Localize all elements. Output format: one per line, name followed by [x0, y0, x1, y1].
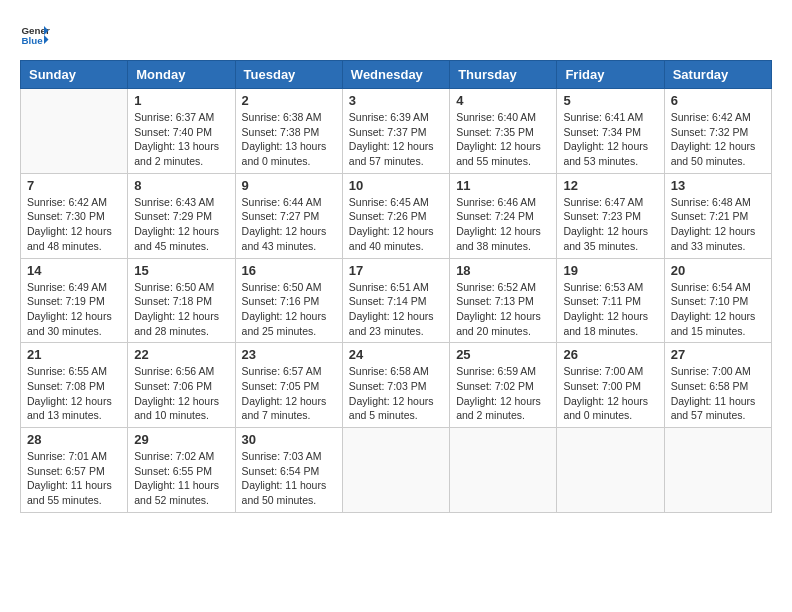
calendar-cell: 1Sunrise: 6:37 AMSunset: 7:40 PMDaylight…	[128, 89, 235, 174]
calendar-header-row: SundayMondayTuesdayWednesdayThursdayFrid…	[21, 61, 772, 89]
day-number: 17	[349, 263, 443, 278]
day-info: Sunrise: 6:39 AMSunset: 7:37 PMDaylight:…	[349, 110, 443, 169]
calendar-cell: 18Sunrise: 6:52 AMSunset: 7:13 PMDayligh…	[450, 258, 557, 343]
day-number: 12	[563, 178, 657, 193]
day-number: 13	[671, 178, 765, 193]
day-info: Sunrise: 6:55 AMSunset: 7:08 PMDaylight:…	[27, 364, 121, 423]
day-info: Sunrise: 6:41 AMSunset: 7:34 PMDaylight:…	[563, 110, 657, 169]
svg-text:Blue: Blue	[22, 35, 44, 46]
calendar-cell	[664, 428, 771, 513]
day-number: 10	[349, 178, 443, 193]
day-info: Sunrise: 6:43 AMSunset: 7:29 PMDaylight:…	[134, 195, 228, 254]
calendar-cell: 11Sunrise: 6:46 AMSunset: 7:24 PMDayligh…	[450, 173, 557, 258]
calendar-cell: 9Sunrise: 6:44 AMSunset: 7:27 PMDaylight…	[235, 173, 342, 258]
calendar-cell: 23Sunrise: 6:57 AMSunset: 7:05 PMDayligh…	[235, 343, 342, 428]
calendar-cell: 22Sunrise: 6:56 AMSunset: 7:06 PMDayligh…	[128, 343, 235, 428]
day-number: 28	[27, 432, 121, 447]
day-info: Sunrise: 6:57 AMSunset: 7:05 PMDaylight:…	[242, 364, 336, 423]
day-info: Sunrise: 6:42 AMSunset: 7:30 PMDaylight:…	[27, 195, 121, 254]
day-info: Sunrise: 6:38 AMSunset: 7:38 PMDaylight:…	[242, 110, 336, 169]
day-info: Sunrise: 6:58 AMSunset: 7:03 PMDaylight:…	[349, 364, 443, 423]
calendar-week-row: 28Sunrise: 7:01 AMSunset: 6:57 PMDayligh…	[21, 428, 772, 513]
calendar-cell: 30Sunrise: 7:03 AMSunset: 6:54 PMDayligh…	[235, 428, 342, 513]
day-number: 5	[563, 93, 657, 108]
calendar: SundayMondayTuesdayWednesdayThursdayFrid…	[20, 60, 772, 513]
day-info: Sunrise: 6:56 AMSunset: 7:06 PMDaylight:…	[134, 364, 228, 423]
day-info: Sunrise: 7:02 AMSunset: 6:55 PMDaylight:…	[134, 449, 228, 508]
weekday-header: Saturday	[664, 61, 771, 89]
calendar-cell	[21, 89, 128, 174]
calendar-cell: 19Sunrise: 6:53 AMSunset: 7:11 PMDayligh…	[557, 258, 664, 343]
day-number: 30	[242, 432, 336, 447]
weekday-header: Tuesday	[235, 61, 342, 89]
day-number: 6	[671, 93, 765, 108]
calendar-cell: 7Sunrise: 6:42 AMSunset: 7:30 PMDaylight…	[21, 173, 128, 258]
day-number: 2	[242, 93, 336, 108]
day-number: 23	[242, 347, 336, 362]
calendar-cell: 13Sunrise: 6:48 AMSunset: 7:21 PMDayligh…	[664, 173, 771, 258]
day-number: 11	[456, 178, 550, 193]
day-info: Sunrise: 6:51 AMSunset: 7:14 PMDaylight:…	[349, 280, 443, 339]
calendar-cell: 21Sunrise: 6:55 AMSunset: 7:08 PMDayligh…	[21, 343, 128, 428]
day-info: Sunrise: 6:59 AMSunset: 7:02 PMDaylight:…	[456, 364, 550, 423]
day-number: 21	[27, 347, 121, 362]
day-info: Sunrise: 6:53 AMSunset: 7:11 PMDaylight:…	[563, 280, 657, 339]
header: General Blue	[20, 20, 772, 50]
day-info: Sunrise: 6:50 AMSunset: 7:16 PMDaylight:…	[242, 280, 336, 339]
day-number: 15	[134, 263, 228, 278]
day-info: Sunrise: 6:48 AMSunset: 7:21 PMDaylight:…	[671, 195, 765, 254]
day-number: 26	[563, 347, 657, 362]
day-number: 19	[563, 263, 657, 278]
day-info: Sunrise: 6:45 AMSunset: 7:26 PMDaylight:…	[349, 195, 443, 254]
day-number: 3	[349, 93, 443, 108]
day-number: 27	[671, 347, 765, 362]
weekday-header: Monday	[128, 61, 235, 89]
calendar-cell: 16Sunrise: 6:50 AMSunset: 7:16 PMDayligh…	[235, 258, 342, 343]
day-number: 20	[671, 263, 765, 278]
day-info: Sunrise: 7:01 AMSunset: 6:57 PMDaylight:…	[27, 449, 121, 508]
weekday-header: Wednesday	[342, 61, 449, 89]
day-info: Sunrise: 6:37 AMSunset: 7:40 PMDaylight:…	[134, 110, 228, 169]
day-number: 25	[456, 347, 550, 362]
day-info: Sunrise: 7:00 AMSunset: 7:00 PMDaylight:…	[563, 364, 657, 423]
calendar-cell: 2Sunrise: 6:38 AMSunset: 7:38 PMDaylight…	[235, 89, 342, 174]
calendar-cell: 17Sunrise: 6:51 AMSunset: 7:14 PMDayligh…	[342, 258, 449, 343]
calendar-cell: 26Sunrise: 7:00 AMSunset: 7:00 PMDayligh…	[557, 343, 664, 428]
day-info: Sunrise: 7:00 AMSunset: 6:58 PMDaylight:…	[671, 364, 765, 423]
calendar-week-row: 14Sunrise: 6:49 AMSunset: 7:19 PMDayligh…	[21, 258, 772, 343]
calendar-cell: 25Sunrise: 6:59 AMSunset: 7:02 PMDayligh…	[450, 343, 557, 428]
weekday-header: Friday	[557, 61, 664, 89]
calendar-week-row: 21Sunrise: 6:55 AMSunset: 7:08 PMDayligh…	[21, 343, 772, 428]
day-info: Sunrise: 6:50 AMSunset: 7:18 PMDaylight:…	[134, 280, 228, 339]
day-number: 22	[134, 347, 228, 362]
day-number: 14	[27, 263, 121, 278]
calendar-cell: 24Sunrise: 6:58 AMSunset: 7:03 PMDayligh…	[342, 343, 449, 428]
calendar-cell: 28Sunrise: 7:01 AMSunset: 6:57 PMDayligh…	[21, 428, 128, 513]
calendar-cell	[342, 428, 449, 513]
calendar-week-row: 7Sunrise: 6:42 AMSunset: 7:30 PMDaylight…	[21, 173, 772, 258]
calendar-cell: 14Sunrise: 6:49 AMSunset: 7:19 PMDayligh…	[21, 258, 128, 343]
day-info: Sunrise: 6:44 AMSunset: 7:27 PMDaylight:…	[242, 195, 336, 254]
logo-icon: General Blue	[20, 20, 50, 50]
logo: General Blue	[20, 20, 50, 50]
day-number: 4	[456, 93, 550, 108]
calendar-cell: 8Sunrise: 6:43 AMSunset: 7:29 PMDaylight…	[128, 173, 235, 258]
calendar-cell: 12Sunrise: 6:47 AMSunset: 7:23 PMDayligh…	[557, 173, 664, 258]
day-number: 29	[134, 432, 228, 447]
calendar-cell: 10Sunrise: 6:45 AMSunset: 7:26 PMDayligh…	[342, 173, 449, 258]
day-info: Sunrise: 6:54 AMSunset: 7:10 PMDaylight:…	[671, 280, 765, 339]
calendar-cell: 6Sunrise: 6:42 AMSunset: 7:32 PMDaylight…	[664, 89, 771, 174]
weekday-header: Thursday	[450, 61, 557, 89]
calendar-week-row: 1Sunrise: 6:37 AMSunset: 7:40 PMDaylight…	[21, 89, 772, 174]
day-number: 18	[456, 263, 550, 278]
day-number: 16	[242, 263, 336, 278]
day-number: 9	[242, 178, 336, 193]
day-info: Sunrise: 6:49 AMSunset: 7:19 PMDaylight:…	[27, 280, 121, 339]
calendar-cell	[557, 428, 664, 513]
day-info: Sunrise: 7:03 AMSunset: 6:54 PMDaylight:…	[242, 449, 336, 508]
calendar-cell: 4Sunrise: 6:40 AMSunset: 7:35 PMDaylight…	[450, 89, 557, 174]
calendar-cell	[450, 428, 557, 513]
calendar-cell: 15Sunrise: 6:50 AMSunset: 7:18 PMDayligh…	[128, 258, 235, 343]
weekday-header: Sunday	[21, 61, 128, 89]
calendar-cell: 20Sunrise: 6:54 AMSunset: 7:10 PMDayligh…	[664, 258, 771, 343]
